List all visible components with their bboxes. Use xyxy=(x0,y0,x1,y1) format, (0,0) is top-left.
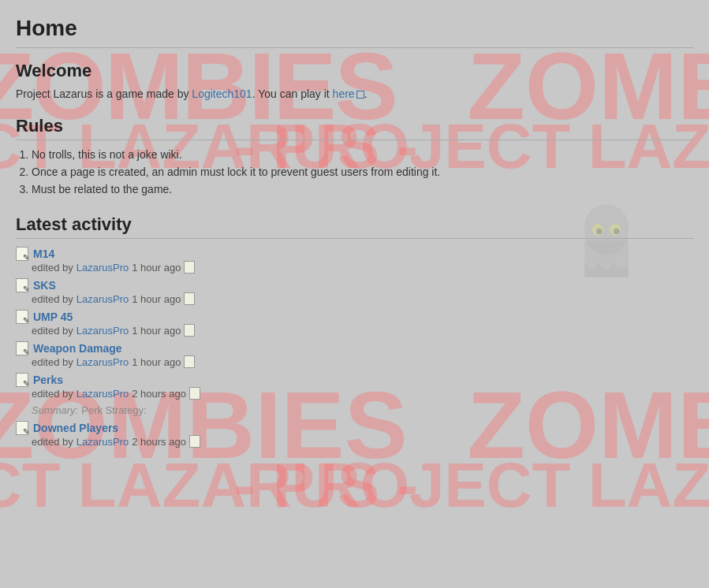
activity-link-downed-players[interactable]: Downed Players xyxy=(33,422,118,434)
rule-item-1: No trolls, this is not a joke wiki. xyxy=(32,148,693,161)
edited-prefix-sks: edited by xyxy=(32,293,73,305)
welcome-text: Project Lazarus is a game made by Logite… xyxy=(16,87,693,100)
activity-item-title-row: Downed Players xyxy=(16,421,693,435)
activity-link-perks[interactable]: Perks xyxy=(33,374,63,386)
page-title: Home xyxy=(16,8,693,48)
edited-prefix-perks: edited by xyxy=(32,388,73,400)
summary-label-perks: Summary: xyxy=(32,404,78,416)
doc-icon-ump45 xyxy=(16,310,28,324)
time-weapon-damage: 1 hour ago xyxy=(132,356,181,368)
edited-line-ump45: edited by LazarusPro 1 hour ago xyxy=(32,324,693,337)
edited-prefix-m14: edited by xyxy=(32,262,73,274)
editor-link-ump45[interactable]: LazarusPro xyxy=(76,325,129,337)
activity-section: Latest activity M14 edited by LazarusPro… xyxy=(16,214,693,448)
activity-item-title-row: Perks xyxy=(16,373,693,387)
editor-link-sks[interactable]: LazarusPro xyxy=(76,293,129,305)
rules-section: Rules No trolls, this is not a joke wiki… xyxy=(16,116,693,195)
rules-list: No trolls, this is not a joke wiki. Once… xyxy=(16,148,693,195)
time-perks: 2 hours ago xyxy=(132,388,186,400)
doc-icon-weapon-damage xyxy=(16,341,28,355)
rule-item-2: Once a page is created, an admin must lo… xyxy=(32,166,693,178)
author-link[interactable]: Logitech101 xyxy=(192,87,252,100)
editor-link-downed-players[interactable]: LazarusPro xyxy=(76,436,129,448)
edited-line-perks: edited by LazarusPro 2 hours ago xyxy=(32,387,693,400)
edited-line-m14: edited by LazarusPro 1 hour ago xyxy=(32,261,693,274)
edited-line-sks: edited by LazarusPro 1 hour ago xyxy=(32,292,693,305)
editor-link-m14[interactable]: LazarusPro xyxy=(76,262,129,274)
activity-link-sks[interactable]: SKS xyxy=(33,279,56,292)
rules-heading: Rules xyxy=(16,116,693,140)
activity-link-ump45[interactable]: UMP 45 xyxy=(33,311,73,323)
activity-item-sks: SKS edited by LazarusPro 1 hour ago xyxy=(16,278,693,305)
welcome-text-after: . You can play it xyxy=(252,87,333,100)
activity-item-title-row: SKS xyxy=(16,278,693,292)
summary-line-perks: Summary: Perk Strategy: xyxy=(32,404,693,416)
edited-prefix-weapon-damage: edited by xyxy=(32,356,73,368)
edited-line-weapon-damage: edited by LazarusPro 1 hour ago xyxy=(32,355,693,368)
editor-link-weapon-damage[interactable]: LazarusPro xyxy=(76,356,129,368)
doc-icon-perks xyxy=(16,373,28,387)
rule-item-3: Must be related to the game. xyxy=(32,183,693,195)
doc-icon-sks xyxy=(16,278,28,292)
activity-list: M14 edited by LazarusPro 1 hour ago SKS … xyxy=(16,247,693,448)
editor-link-perks[interactable]: LazarusPro xyxy=(76,388,129,400)
here-link[interactable]: here xyxy=(333,87,355,100)
activity-heading: Latest activity xyxy=(16,214,693,239)
time-m14: 1 hour ago xyxy=(132,262,181,274)
edited-prefix-downed-players: edited by xyxy=(32,436,73,448)
summary-text-perks: Perk Strategy: xyxy=(81,404,146,416)
welcome-period: . xyxy=(364,87,368,100)
doc-icon-downed-players xyxy=(16,421,28,435)
external-link-icon xyxy=(356,91,364,99)
welcome-text-before: Project Lazarus is a game made by xyxy=(16,87,192,100)
activity-item-title-row: UMP 45 xyxy=(16,310,693,324)
main-content: Home Welcome Project Lazarus is a game m… xyxy=(0,0,709,460)
welcome-heading: Welcome xyxy=(16,61,693,81)
activity-item-title-row: Weapon Damage xyxy=(16,341,693,355)
edited-line-downed-players: edited by LazarusPro 2 hours ago xyxy=(32,435,693,448)
edited-prefix-ump45: edited by xyxy=(32,325,73,337)
activity-item-perks: Perks edited by LazarusPro 2 hours ago S… xyxy=(16,373,693,416)
small-doc-icon-ump45 xyxy=(184,324,195,337)
small-doc-icon-sks xyxy=(184,292,195,305)
activity-item-downed-players: Downed Players edited by LazarusPro 2 ho… xyxy=(16,421,693,448)
activity-item-ump45: UMP 45 edited by LazarusPro 1 hour ago xyxy=(16,310,693,337)
small-doc-icon-perks xyxy=(189,387,200,400)
time-sks: 1 hour ago xyxy=(132,293,181,305)
time-ump45: 1 hour ago xyxy=(132,325,181,337)
small-doc-icon-weapon-damage xyxy=(184,355,195,368)
activity-link-weapon-damage[interactable]: Weapon Damage xyxy=(33,342,122,355)
activity-item-weapon-damage: Weapon Damage edited by LazarusPro 1 hou… xyxy=(16,341,693,368)
small-doc-icon-downed-players xyxy=(189,435,200,448)
activity-item-m14: M14 edited by LazarusPro 1 hour ago xyxy=(16,247,693,274)
activity-link-m14[interactable]: M14 xyxy=(33,247,54,260)
doc-icon-m14 xyxy=(16,247,28,261)
activity-item-title-row: M14 xyxy=(16,247,693,261)
time-downed-players: 2 hours ago xyxy=(132,436,186,448)
small-doc-icon-m14 xyxy=(184,261,195,274)
